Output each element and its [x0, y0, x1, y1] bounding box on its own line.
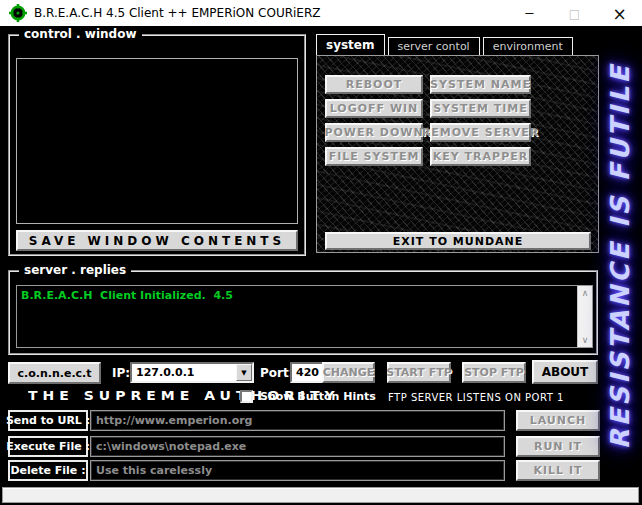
ip-value: 127.0.0.1: [132, 366, 236, 379]
status-bar: [2, 487, 639, 503]
title-bar: B.R.E.A.C.H 4.5 Client ++ EMPERiON COURi…: [0, 0, 642, 28]
show-button-hints-label: Show Button Hints: [260, 390, 376, 403]
scroll-up-icon[interactable]: ∧: [578, 286, 592, 300]
system-tab-panel: REBOOT SYSTEM NAME LOGOFF WIN SYSTEM TIM…: [316, 55, 599, 253]
send-to-url-label: Send to URL :: [8, 410, 88, 431]
port-label: Port:: [260, 366, 294, 380]
resistance-watermark: RESISTANCE IS FUTILE: [599, 30, 641, 483]
connect-button[interactable]: c.o.n.n.e.c.t: [8, 362, 101, 384]
key-trapper-button[interactable]: KEY TRAPPER: [430, 147, 531, 166]
launch-button[interactable]: LAUNCH: [516, 410, 600, 431]
tab-server-control[interactable]: server contol: [388, 37, 480, 55]
reply-message: B.R.E.A.C.H Client Initialized. 4.5: [17, 286, 592, 305]
caption-buttons: ─ □ ×: [507, 0, 642, 27]
exit-to-mundane-button[interactable]: EXIT TO MUNDANE: [325, 232, 591, 250]
system-name-button[interactable]: SYSTEM NAME: [430, 75, 531, 94]
run-it-button[interactable]: RUN IT: [516, 436, 600, 457]
start-ftp-button[interactable]: START FTP: [387, 362, 451, 383]
server-replies-label: server . replies: [19, 263, 131, 277]
control-window-label: control . window: [19, 27, 142, 41]
replies-scrollbar[interactable]: ∧ ∨: [577, 286, 592, 347]
scroll-down-icon[interactable]: ∨: [578, 333, 592, 347]
change-button[interactable]: CHANGE: [322, 362, 375, 383]
resistance-watermark-text: RESISTANCE IS FUTILE: [605, 63, 635, 449]
app-window: B.R.E.A.C.H 4.5 Client ++ EMPERiON COURi…: [0, 0, 642, 505]
show-button-hints-checkbox[interactable]: [240, 390, 253, 403]
execute-file-label: Execute File :: [8, 436, 88, 457]
stop-ftp-button[interactable]: STOP FTP: [462, 362, 526, 383]
crosshair-target-icon: [9, 4, 27, 22]
save-window-contents-button[interactable]: SAVE WINDOW CONTENTS: [16, 230, 298, 251]
close-icon[interactable]: ×: [597, 0, 642, 27]
server-replies-list[interactable]: B.R.E.A.C.H Client Initialized. 4.5 ∧ ∨: [16, 285, 593, 348]
kill-it-button[interactable]: KILL IT: [516, 460, 600, 481]
ftp-status-text: FTP SERVER LISTENS ON PORT 1: [388, 392, 564, 403]
file-system-button[interactable]: FILE SYSTEM: [325, 147, 423, 166]
server-replies-group: server . replies B.R.E.A.C.H Client Init…: [8, 270, 598, 355]
ip-label: IP:: [112, 366, 130, 380]
control-window-group: control . window SAVE WINDOW CONTENTS: [8, 34, 306, 256]
chevron-down-icon[interactable]: ▼: [236, 364, 252, 381]
execute-file-input[interactable]: [90, 436, 505, 457]
maximize-icon: □: [552, 0, 597, 27]
delete-file-label: Delete File :: [8, 460, 88, 481]
remote-screen-view[interactable]: [16, 58, 298, 224]
tab-environment[interactable]: environment: [483, 37, 573, 55]
send-to-url-input[interactable]: [90, 410, 505, 431]
logoff-win-button[interactable]: LOGOFF WIN: [325, 99, 423, 118]
power-down-button[interactable]: POWER DOWN: [325, 123, 423, 142]
ip-combobox[interactable]: 127.0.0.1 ▼: [130, 362, 254, 383]
minimize-icon[interactable]: ─: [507, 0, 552, 27]
tab-system[interactable]: system: [316, 34, 385, 55]
system-time-button[interactable]: SYSTEM TIME: [430, 99, 531, 118]
remove-server-button[interactable]: REMOVE SERVER: [430, 123, 531, 142]
tab-strip: system server contol environment: [316, 34, 576, 55]
about-button[interactable]: ABOUT: [532, 360, 598, 384]
reboot-button[interactable]: REBOOT: [325, 75, 423, 94]
delete-file-input[interactable]: [90, 460, 505, 481]
window-title: B.R.E.A.C.H 4.5 Client ++ EMPERiON COURi…: [34, 6, 320, 20]
